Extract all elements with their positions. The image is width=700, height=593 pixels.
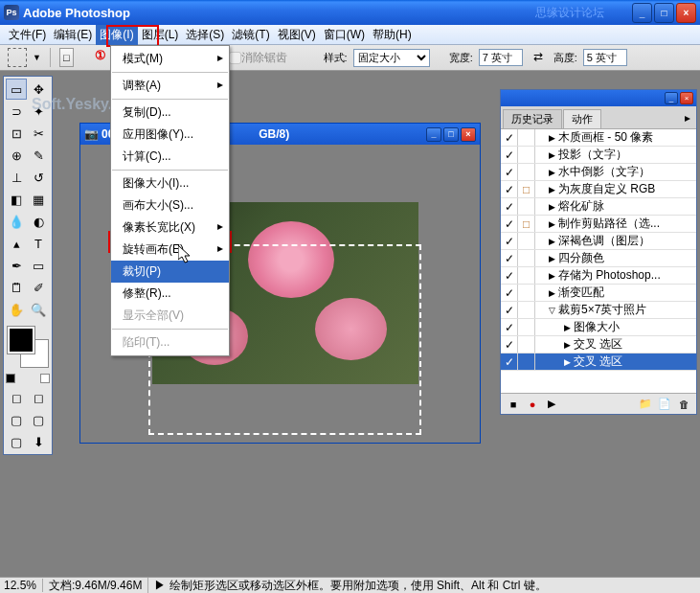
screenmode-2[interactable]: ▢ bbox=[28, 409, 49, 430]
action-row[interactable]: ✓▶熔化矿脉 bbox=[501, 198, 696, 216]
jump-to-imageready[interactable]: ⬇ bbox=[28, 431, 49, 452]
menu-item-adjust[interactable]: 调整(A)▸ bbox=[111, 75, 229, 97]
tool-blur[interactable]: 💧 bbox=[6, 211, 27, 232]
action-row[interactable]: ✓□▶为灰度自定义 RGB bbox=[501, 181, 696, 198]
menu-item-reveal: 显示全部(V) bbox=[111, 305, 229, 327]
panel-tabs: 历史记录 动作 ▸ bbox=[501, 106, 696, 129]
panel-menu-button[interactable]: ▸ bbox=[679, 109, 696, 128]
new-action-button[interactable]: 📄 bbox=[656, 397, 673, 412]
tool-type[interactable]: T bbox=[28, 233, 49, 254]
action-row[interactable]: ✓▶深褐色调（图层） bbox=[501, 233, 696, 250]
marquee-preset-icon[interactable] bbox=[8, 48, 27, 67]
antialias-checkbox bbox=[229, 52, 241, 64]
tool-notes[interactable]: 🗒 bbox=[6, 277, 27, 298]
tool-path-select[interactable]: ▴ bbox=[6, 233, 27, 254]
actions-list[interactable]: ✓▶木质画框 - 50 像素✓▶投影（文字）✓▶水中倒影（文字）✓□▶为灰度自定… bbox=[501, 129, 696, 393]
tool-pen[interactable]: ✒ bbox=[6, 255, 27, 276]
menu-item-apply[interactable]: 应用图像(Y)... bbox=[111, 124, 229, 146]
menu-item-mode[interactable]: 模式(M)▸ bbox=[111, 48, 229, 70]
menu-item-canvassize[interactable]: 画布大小(S)... bbox=[111, 194, 229, 217]
menu-item-imgsize[interactable]: 图像大小(I)... bbox=[111, 172, 229, 194]
action-row[interactable]: ✓▶水中倒影（文字） bbox=[501, 164, 696, 181]
menu-window[interactable]: 窗口(W) bbox=[320, 25, 369, 45]
close-button[interactable]: × bbox=[676, 3, 696, 23]
selection-new-button[interactable]: □ bbox=[59, 48, 74, 67]
action-row[interactable]: ✓▶木质画框 - 50 像素 bbox=[501, 129, 696, 147]
tool-crop[interactable]: ⊡ bbox=[6, 123, 27, 144]
quickmask-standard[interactable]: ◻ bbox=[6, 387, 27, 408]
menu-select[interactable]: 选择(S) bbox=[182, 25, 228, 45]
annotation-box-1 bbox=[106, 25, 159, 47]
action-row[interactable]: ✓▶投影（文字） bbox=[501, 147, 696, 164]
height-input[interactable] bbox=[583, 49, 627, 66]
tool-marquee[interactable]: ▭ bbox=[6, 79, 27, 100]
tool-healing[interactable]: ⊕ bbox=[6, 145, 27, 166]
menu-file[interactable]: 文件(F) bbox=[5, 25, 50, 45]
tool-history-brush[interactable]: ↺ bbox=[28, 167, 49, 188]
action-row[interactable]: ✓□▶制作剪贴路径（选... bbox=[501, 216, 696, 233]
action-row[interactable]: ✓▽裁剪5×7英寸照片 bbox=[501, 302, 696, 319]
record-button[interactable]: ● bbox=[524, 397, 541, 412]
screenmode-1[interactable]: ▢ bbox=[6, 409, 27, 430]
doc-maximize-button[interactable]: □ bbox=[443, 127, 459, 142]
doc-minimize-button[interactable]: _ bbox=[426, 127, 441, 142]
statusbar: 12.5% 文档:9.46M/9.46M ▶ 绘制矩形选区或移动选区外框。要用附… bbox=[0, 577, 700, 593]
color-swatches[interactable] bbox=[6, 325, 50, 369]
menu-item-trim[interactable]: 修整(R)... bbox=[111, 283, 229, 305]
menu-edit[interactable]: 编辑(E) bbox=[50, 25, 96, 45]
panel-minimize-button[interactable]: _ bbox=[665, 92, 678, 104]
menubar: 文件(F) 编辑(E) 图像(I) 图层(L) 选择(S) 滤镜(T) 视图(V… bbox=[0, 25, 700, 45]
action-row[interactable]: ✓▶交叉 选区 bbox=[501, 336, 696, 354]
doc-close-button[interactable]: × bbox=[461, 127, 476, 142]
tool-slice[interactable]: ✂ bbox=[28, 123, 49, 144]
zoom-level[interactable]: 12.5% bbox=[0, 579, 43, 592]
new-set-button[interactable]: 📁 bbox=[637, 397, 654, 412]
minimize-button[interactable]: _ bbox=[632, 3, 652, 23]
image-menu-dropdown: 模式(M)▸ 调整(A)▸ 复制(D)... 应用图像(Y)... 计算(C).… bbox=[110, 45, 230, 356]
tool-gradient[interactable]: ▦ bbox=[28, 189, 49, 210]
actions-footer: ■ ● ▶ 📁 📄 🗑 bbox=[501, 393, 696, 414]
tool-zoom[interactable]: 🔍 bbox=[28, 299, 49, 320]
screenmode-3[interactable]: ▢ bbox=[6, 431, 27, 452]
width-label: 宽度: bbox=[449, 51, 473, 65]
menu-view[interactable]: 视图(V) bbox=[274, 25, 320, 45]
style-select[interactable]: 固定大小 bbox=[353, 49, 430, 67]
action-row[interactable]: ✓▶渐变匹配 bbox=[501, 285, 696, 302]
menu-item-pixratio[interactable]: 像素长宽比(X)▸ bbox=[111, 217, 229, 239]
menu-filter[interactable]: 滤镜(T) bbox=[228, 25, 273, 45]
tool-eyedropper[interactable]: ✐ bbox=[28, 277, 49, 298]
tool-stamp[interactable]: ⊥ bbox=[6, 167, 27, 188]
menu-item-crop[interactable]: 裁切(P) bbox=[111, 261, 229, 283]
tool-hand[interactable]: ✋ bbox=[6, 299, 27, 320]
swap-dimensions-button[interactable]: ⇄ bbox=[529, 48, 548, 67]
action-row[interactable]: ✓▶存储为 Photoshop... bbox=[501, 267, 696, 285]
menu-item-duplicate[interactable]: 复制(D)... bbox=[111, 102, 229, 124]
action-row[interactable]: ✓▶四分颜色 bbox=[501, 250, 696, 267]
action-row[interactable]: ✓▶交叉 选区 bbox=[501, 354, 696, 371]
quickmask-mask[interactable]: ◻ bbox=[28, 387, 49, 408]
delete-button[interactable]: 🗑 bbox=[675, 397, 692, 412]
tool-shape[interactable]: ▭ bbox=[28, 255, 49, 276]
tool-lasso[interactable]: ⊃ bbox=[6, 101, 27, 122]
doc-size[interactable]: 文档:9.46M/9.46M bbox=[43, 578, 148, 594]
default-colors-button[interactable] bbox=[6, 374, 15, 383]
toolbox: ▭ ✥ ⊃ ✦ ⊡ ✂ ⊕ ✎ ⊥ ↺ ◧ ▦ 💧 ◐ ▴ T ✒ ▭ 🗒 ✐ … bbox=[3, 76, 53, 455]
menu-item-calc[interactable]: 计算(C)... bbox=[111, 146, 229, 168]
swap-colors-button[interactable] bbox=[40, 374, 50, 383]
stop-button[interactable]: ■ bbox=[505, 397, 522, 412]
tool-eraser[interactable]: ◧ bbox=[6, 189, 27, 210]
action-row[interactable]: ✓▶图像大小 bbox=[501, 319, 696, 336]
tab-history[interactable]: 历史记录 bbox=[503, 109, 562, 128]
menu-help[interactable]: 帮助(H) bbox=[369, 25, 416, 45]
style-label: 样式: bbox=[324, 51, 348, 65]
panel-close-button[interactable]: × bbox=[680, 92, 693, 104]
foreground-color[interactable] bbox=[8, 327, 34, 354]
tab-actions[interactable]: 动作 bbox=[563, 109, 601, 128]
maximize-button[interactable]: □ bbox=[654, 3, 674, 23]
tool-brush[interactable]: ✎ bbox=[28, 145, 49, 166]
width-input[interactable] bbox=[479, 49, 523, 66]
menu-item-rotate[interactable]: 旋转画布(E)▸ bbox=[111, 239, 229, 261]
play-button[interactable]: ▶ bbox=[543, 397, 560, 412]
antialias-label: 消除锯齿 bbox=[241, 50, 287, 66]
tool-dodge[interactable]: ◐ bbox=[28, 211, 49, 232]
